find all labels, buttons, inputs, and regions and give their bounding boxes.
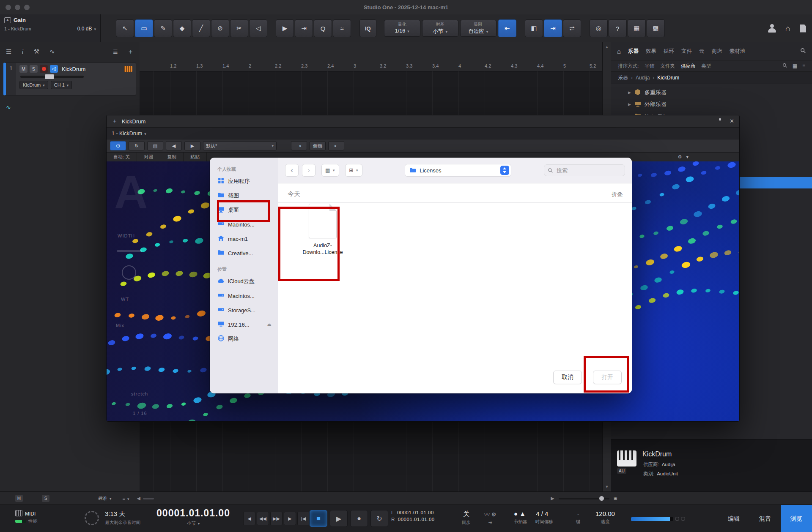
zoom-slider[interactable]	[559, 498, 609, 499]
utility-button[interactable]: ◎	[590, 19, 608, 37]
plugin-settings-chevron-icon[interactable]: ▾	[686, 154, 689, 160]
utility-button[interactable]: ▩	[647, 19, 665, 37]
locate-button[interactable]: ◀◀	[257, 512, 269, 525]
forward-button[interactable]: ›	[302, 164, 315, 177]
gain-value-dropdown[interactable]: 0.0 dB	[77, 26, 96, 32]
tool-button[interactable]: ◁	[249, 19, 267, 37]
locate-button[interactable]: ▶	[284, 512, 296, 525]
hscroll-thumb[interactable]	[143, 498, 154, 499]
tool-button[interactable]: ✎	[154, 19, 172, 37]
browser-tab[interactable]: 商店	[712, 48, 722, 55]
plugin-window-header[interactable]: ＋ KickDrum ✕	[107, 115, 739, 127]
setup-wrench-icon[interactable]: ⚒	[34, 48, 39, 55]
metronome-dot-icon[interactable]: ●	[514, 510, 518, 517]
home-icon[interactable]: ⌂	[785, 24, 790, 33]
sidebar-item[interactable]: 应用程序	[214, 174, 275, 188]
key-group[interactable]: - 键	[576, 510, 581, 525]
automation-wave-icon[interactable]: ∿	[49, 48, 55, 55]
fader-handle[interactable]	[45, 74, 54, 79]
sidebar-item[interactable]: Creative...	[214, 246, 275, 260]
browser-search-icon[interactable]	[800, 48, 806, 55]
compare-button[interactable]: 对照	[137, 153, 160, 161]
playback-option-button[interactable]: ⇥	[295, 19, 313, 37]
gear-icon[interactable]: ⚙	[491, 511, 497, 518]
sidechain-in-icon[interactable]: ⇥	[291, 141, 307, 150]
back-button[interactable]: ‹	[285, 164, 299, 177]
copy-button[interactable]: 复制	[160, 153, 184, 161]
view-grid-icon[interactable]: ▦	[793, 63, 797, 69]
snap-dropdown[interactable]: 吸附 自适应	[460, 20, 497, 37]
dialog-search-field[interactable]	[544, 164, 625, 176]
strip-list-icon[interactable]: ≡	[123, 496, 129, 501]
zoom-thumb[interactable]	[599, 496, 604, 501]
disclosure-triangle-icon[interactable]: ▶	[628, 102, 631, 106]
browser-home-icon[interactable]: ⌂	[617, 48, 621, 55]
meter-toggle-icon[interactable]	[675, 517, 679, 521]
strip-preset-dropdown[interactable]: 标准	[98, 495, 112, 502]
track-monitor-button[interactable]: ◁)	[50, 65, 58, 73]
browser-tab[interactable]: 效果	[646, 48, 656, 55]
tree-item[interactable]: ▶ 外部乐器	[611, 98, 812, 110]
instrument-keys-icon[interactable]	[124, 66, 132, 72]
stop-button[interactable]: ■	[310, 510, 327, 527]
add-track-button[interactable]: ＋	[127, 48, 134, 56]
tool-button[interactable]: ⊘	[211, 19, 229, 37]
pin-icon[interactable]	[717, 118, 723, 125]
browser-tab[interactable]: 循环	[664, 48, 674, 55]
scroll-down-icon[interactable]: ▼	[605, 485, 609, 489]
channel-selector[interactable]: CH 1	[51, 81, 72, 89]
sort-option[interactable]: 平铺	[645, 63, 654, 69]
browser-tab[interactable]: 文件	[681, 48, 692, 55]
close-icon[interactable]: ✕	[730, 118, 734, 125]
add-plugin-icon[interactable]: ＋	[112, 117, 118, 125]
sort-option[interactable]: 文件夹	[660, 63, 675, 69]
tool-button[interactable]: ▭	[135, 19, 153, 37]
meter-toggle2-icon[interactable]	[681, 517, 685, 521]
zoom-options-icon[interactable]: ⊞	[614, 496, 617, 501]
view-button[interactable]: 编辑	[718, 505, 749, 532]
plugin-settings-gear-icon[interactable]: ⚙	[678, 154, 682, 160]
input-quantize-button[interactable]: IQ	[359, 19, 376, 37]
instrument-selector[interactable]: KicDrum	[19, 81, 48, 89]
quantize-dropdown[interactable]: 量化 1/16	[384, 20, 420, 37]
document-icon[interactable]	[800, 25, 806, 33]
strip-mute-button[interactable]: M	[15, 495, 23, 502]
sidebar-item[interactable]: mac-m1	[214, 232, 275, 246]
track-volume-fader[interactable]	[20, 76, 84, 78]
snap-to-grid-button[interactable]: ⇤	[498, 19, 516, 37]
playback-option-button[interactable]: ▶	[276, 19, 294, 37]
breadcrumb-item[interactable]: 乐器›	[618, 74, 636, 82]
location-stepper-icon[interactable]	[500, 166, 509, 175]
monitor-button[interactable]: ⇥	[544, 19, 562, 37]
sidebar-item[interactable]: iCloud云盘	[214, 274, 275, 289]
automation-mode-button[interactable]: 自动: 关	[107, 153, 137, 161]
plugin-power-button[interactable]: ⏻	[110, 141, 126, 150]
plugin-refresh-icon[interactable]: ↻	[129, 141, 145, 150]
strip-solo-button[interactable]: S	[42, 495, 49, 502]
location-dropdown[interactable]: Licenses	[405, 164, 511, 177]
tool-button[interactable]: ╱	[192, 19, 210, 37]
monitor-button[interactable]: ⇌	[563, 19, 581, 37]
plugin-track-selector[interactable]: 1 - KickDrum	[107, 127, 739, 139]
tool-button[interactable]: ✂	[230, 19, 248, 37]
view-button[interactable]: 混音	[749, 505, 781, 532]
record-button[interactable]: ●	[350, 510, 368, 527]
sync-group[interactable]: 关 同步	[462, 510, 471, 526]
locate-button[interactable]: ◀	[243, 512, 255, 525]
eject-icon[interactable]: ⏏	[267, 322, 272, 327]
playback-option-button[interactable]: Q	[314, 19, 332, 37]
track-record-arm-button[interactable]	[40, 65, 48, 73]
utility-button[interactable]: ?	[609, 19, 627, 37]
view-list-icon[interactable]: ≡	[802, 63, 805, 69]
preset-dropdown[interactable]: 默认*	[203, 141, 277, 150]
sidechain-out-icon[interactable]: ⇤	[328, 141, 344, 150]
track-menu-icon[interactable]: ☰	[6, 48, 11, 55]
group-view-button[interactable]: ⊞▼	[345, 164, 362, 177]
sort-option[interactable]: 供应商	[681, 63, 696, 69]
locate-button[interactable]: |◀	[297, 512, 310, 525]
cancel-button[interactable]: 取消	[553, 371, 582, 384]
sidebar-item[interactable]: Macintos...	[214, 289, 275, 303]
view-button[interactable]: 浏览	[781, 505, 812, 532]
browser-tab[interactable]: 云	[699, 48, 705, 55]
timebase-dropdown[interactable]: 时基 小节	[422, 20, 458, 37]
